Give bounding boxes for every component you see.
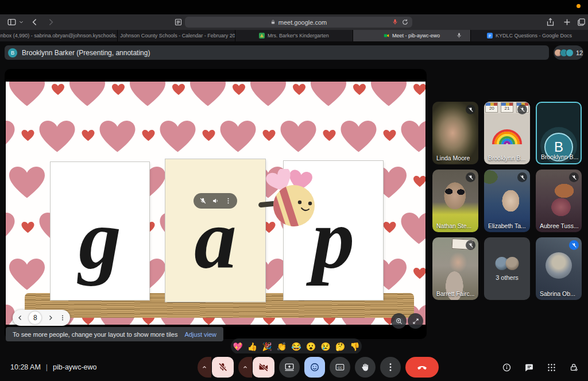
participant-tile-active-speaker[interactable]: B Brooklynn B... — [536, 102, 582, 164]
camera-options-chevron[interactable] — [238, 357, 252, 378]
present-button[interactable] — [279, 357, 300, 378]
participant-tile[interactable]: Elizabeth Ta... — [484, 170, 530, 232]
mic-in-use-indicator-dot — [577, 4, 581, 8]
layout-toast: To see more people, change your layout t… — [6, 327, 223, 341]
presenter-banner: B Brooklynn Barker (Presenting, annotati… — [5, 45, 549, 60]
tab-gmail[interactable]: Inbox (4,990) - sabrina.obryan@johnson.k… — [0, 30, 118, 41]
tab-label: KYDLC Questions - Google Docs — [496, 33, 572, 39]
participant-count: 12 — [576, 49, 583, 56]
tab-label: Mrs. Barker's Kindergarten — [268, 33, 329, 39]
participant-name: Aubree Tuss... — [540, 222, 579, 229]
participant-tile[interactable]: Sabrina Ob... — [536, 237, 582, 300]
participant-tile[interactable]: Aubree Tuss... — [536, 170, 582, 232]
host-controls-button[interactable] — [569, 363, 579, 372]
mic-muted-icon — [569, 172, 579, 182]
call-controls: CC — [198, 357, 439, 378]
reaction-thumbs-up[interactable]: 👍 — [247, 342, 257, 351]
camera-off-button[interactable] — [253, 357, 274, 378]
meet-icon — [384, 33, 389, 39]
tab-label: Johnson County Schools - Calendar - Febr… — [120, 33, 235, 39]
mic-muted-icon — [466, 172, 475, 182]
fullscreen-button[interactable] — [408, 313, 423, 329]
reaction-surprised[interactable]: 😮 — [306, 342, 316, 351]
presenter-avatar: B — [8, 48, 17, 57]
end-call-button[interactable] — [405, 357, 439, 378]
participant-name: Nathan Ste... — [436, 222, 471, 229]
participant-name: Elizabeth Ta... — [488, 222, 526, 229]
participant-name: Brooklynn B... — [488, 155, 525, 161]
address-bar[interactable]: meet.google.com — [185, 17, 412, 28]
menubar-strip — [0, 0, 588, 14]
previous-slide-button[interactable] — [17, 314, 24, 321]
overflow-participants-tile[interactable]: 3 others — [484, 237, 530, 300]
tab-mic-active-icon[interactable] — [392, 18, 399, 26]
docs-icon — [487, 33, 493, 39]
shared-slide: g a p — [6, 82, 425, 325]
address-text: meet.google.com — [278, 19, 327, 26]
stream-mic-off-icon[interactable] — [199, 197, 207, 205]
mic-off-button[interactable] — [212, 357, 234, 378]
sidebar-chevron-icon[interactable] — [18, 17, 24, 27]
sidebar-toggle-icon[interactable] — [7, 17, 17, 27]
more-options-button[interactable] — [380, 357, 401, 378]
next-slide-button[interactable] — [47, 314, 54, 321]
slide-page-navigation: 8 — [13, 310, 70, 326]
participant-tile[interactable]: Barrett Fairc... — [432, 237, 478, 300]
meet-bottom-bar: 10:28 AM | pib-aywc-ewo — [0, 353, 588, 381]
bee-illustration — [257, 169, 322, 233]
presentation-stage: g a p — [5, 69, 427, 339]
tab-kindergarten[interactable]: Mrs. Barker's Kindergarten — [235, 30, 353, 41]
clock-time: 10:28 AM — [10, 363, 41, 371]
reactions-bar: 💖 👍 🎉 👏 😂 😮 😢 🤔 👎 — [231, 338, 362, 354]
mic-options-chevron[interactable] — [198, 357, 211, 378]
stream-more-icon[interactable] — [225, 197, 232, 205]
tab-label: Inbox (4,990) - sabrina.obryan@johnson.k… — [0, 33, 118, 39]
tab-meet[interactable]: Meet - pib-aywc-ewo — [353, 30, 471, 41]
participant-tile[interactable]: 20 21 22 Brooklynn B... — [484, 102, 530, 164]
screen: meet.google.com Inbox (4,990) - sabrina.… — [0, 0, 588, 381]
tab-calendar[interactable]: Johnson County Schools - Calendar - Febr… — [118, 30, 235, 41]
reaction-thinking[interactable]: 🤔 — [335, 342, 345, 351]
reactions-button[interactable] — [304, 357, 325, 378]
reaction-heart[interactable]: 💖 — [233, 342, 242, 351]
mic-muted-icon — [466, 240, 475, 250]
classroom-icon — [259, 33, 265, 39]
meeting-code: pib-aywc-ewo — [53, 363, 96, 371]
mic-muted-icon-blue — [569, 240, 579, 250]
forward-button[interactable] — [46, 17, 56, 27]
tab-audio-icon[interactable] — [456, 32, 462, 39]
mic-muted-icon — [466, 105, 475, 114]
participant-tile[interactable]: Nathan Ste... — [432, 170, 478, 232]
tab-bar: Inbox (4,990) - sabrina.obryan@johnson.k… — [0, 30, 588, 41]
chat-button[interactable] — [524, 363, 534, 372]
letter-card-a: a — [165, 159, 265, 302]
tab-overview-icon[interactable] — [577, 17, 586, 27]
captions-button[interactable]: CC — [330, 357, 350, 378]
participant-tile[interactable]: Linda Moore — [432, 102, 478, 164]
reaction-party[interactable]: 🎉 — [262, 342, 272, 351]
reaction-cry[interactable]: 😢 — [320, 342, 330, 351]
meta-separator: | — [46, 363, 48, 371]
zoom-in-button[interactable] — [391, 313, 407, 329]
participant-name: Linda Moore — [436, 155, 470, 161]
reaction-clap[interactable]: 👏 — [277, 342, 287, 351]
tab-docs[interactable]: KYDLC Questions - Google Docs — [471, 30, 588, 41]
reload-button[interactable] — [401, 18, 409, 26]
slide-menu-button[interactable] — [59, 314, 66, 321]
back-button[interactable] — [30, 17, 40, 27]
new-tab-icon[interactable] — [562, 17, 572, 27]
activities-button[interactable] — [547, 363, 556, 372]
stage-zoom-controls — [391, 313, 423, 329]
reaction-laugh[interactable]: 😂 — [291, 342, 301, 351]
stream-volume-icon[interactable] — [212, 197, 219, 205]
share-icon[interactable] — [546, 17, 555, 27]
adjust-view-link[interactable]: Adjust view — [184, 331, 216, 338]
mic-muted-icon — [517, 172, 527, 182]
presenter-banner-title: Brooklynn Barker (Presenting, annotating… — [22, 49, 150, 57]
raise-hand-button[interactable] — [355, 357, 376, 378]
others-count-label: 3 others — [484, 274, 530, 281]
participant-count-pill[interactable]: 12 — [554, 45, 583, 60]
meeting-details-button[interactable] — [502, 363, 512, 372]
page-settings-icon[interactable] — [174, 17, 183, 27]
reaction-thumbs-down[interactable]: 👎 — [350, 342, 359, 351]
